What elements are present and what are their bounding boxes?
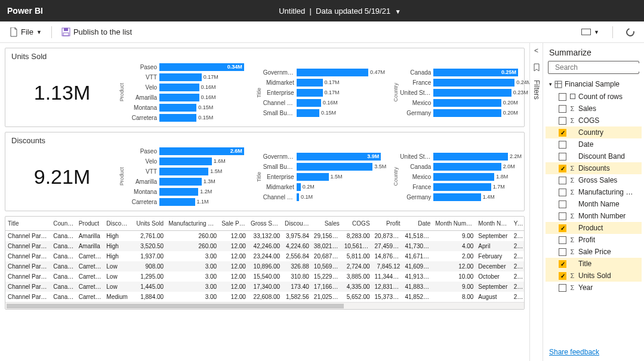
column-header[interactable]: Country [51,217,76,231]
column-header[interactable]: Month Number [433,217,476,231]
bar-chart[interactable]: CountryCanada0.25MFrance0.24MUnited Sta…… [393,63,518,122]
svg-rect-5 [555,81,562,88]
field-item[interactable]: Date [546,138,642,150]
checkbox[interactable]: ✓ [559,129,566,137]
field-item[interactable]: ✓ΣUnits Sold [546,270,642,282]
field-item[interactable]: ✓Country [546,126,642,138]
bar-category: United Sta… [400,153,431,160]
field-item[interactable]: Discount Band [546,150,642,162]
share-feedback-link[interactable]: Share feedback [543,343,644,361]
checkbox[interactable] [559,236,566,244]
app-brand: Power BI [7,6,43,16]
publish-button[interactable]: Publish to the list [57,25,137,39]
checkbox[interactable] [559,284,566,292]
table-row[interactable]: Channel PartnersCanadaCarreteraMedium1,8… [5,292,524,302]
bookmark-icon[interactable] [532,63,541,72]
checkbox[interactable]: ✓ [559,260,566,268]
refresh-button[interactable] [621,26,639,39]
table-row[interactable]: Channel PartnersCanadaAmarillaHigh3,520.… [5,241,524,251]
field-label: Manufacturing … [578,188,633,196]
checkbox[interactable] [559,117,566,125]
field-item[interactable]: ΣSale Price [546,246,642,258]
bar-chart[interactable]: TitleGovernme…3.9MSmall Busi…3.5MEnterpr… [256,147,381,206]
column-header[interactable]: Manufacturing Price [166,217,219,231]
bar-fill [297,69,368,76]
column-header[interactable]: Gross Sales [248,217,282,231]
checkbox[interactable] [559,177,566,184]
discounts-card[interactable]: Discounts 9.21M ProductPaseo2.6MVelo1.6M… [5,132,525,211]
checkbox[interactable] [559,248,566,256]
table-row[interactable]: Channel PartnersCanadaCarreteraHigh1,937… [5,251,524,261]
scrollbar-thumb[interactable] [7,304,344,308]
field-item[interactable]: ΣGross Sales [546,174,642,186]
horizontal-scrollbar[interactable] [5,302,524,309]
column-header[interactable]: Discount Band [104,217,132,231]
checkbox[interactable] [559,200,566,208]
field-label: Month Number [578,212,625,220]
doc-title-group[interactable]: Untitled | Data updated 5/19/21 ▼ [43,7,637,16]
checkbox[interactable] [559,141,566,149]
field-item[interactable]: ✓ΣDiscounts [546,162,642,174]
filters-pane-toggle[interactable]: Filters [532,80,541,100]
column-header[interactable]: COGS [342,217,372,231]
search-input[interactable] [555,63,644,72]
field-item[interactable]: ΣProfit [546,234,642,246]
checkbox[interactable] [559,105,566,113]
bar-chart[interactable]: ProductPaseo0.34MVTT0.17MVelo0.16MAmaril… [119,63,244,122]
field-search[interactable] [548,61,639,74]
field-label: Year [578,283,593,292]
bar-chart[interactable]: CountryUnited Sta…2.2MCanada2.0MMexico1.… [393,147,518,206]
checkbox[interactable] [559,93,566,101]
table-row[interactable]: Channel PartnersCanadaCarreteraLow1,295.… [5,271,524,282]
field-item[interactable]: ✓Title [546,258,642,270]
field-item[interactable]: Count of rows [546,91,642,103]
field-item[interactable]: ΣMonth Number [546,210,642,222]
column-header[interactable]: Sale Price [219,217,248,231]
bar-row: Canada2.0M [400,163,518,171]
column-header[interactable]: Ye… [511,217,524,231]
field-item[interactable]: ΣYear [546,282,642,294]
field-item[interactable]: ΣSales [546,103,642,115]
checkbox[interactable] [559,212,566,220]
card-title: Discounts [11,136,518,145]
checkbox[interactable]: ✓ [559,272,566,280]
column-header[interactable]: Profit [372,217,403,231]
units-sold-card[interactable]: Units Sold 1.13M ProductPaseo0.34MVTT0.1… [5,48,525,127]
bar-row: Small Busi…3.5M [263,163,381,171]
column-header[interactable]: Discounts [282,217,312,231]
field-item[interactable]: ΣCOGS [546,115,642,126]
table-row[interactable]: Channel PartnersCanadaCarreteraLow908.00… [5,261,524,271]
table-row[interactable]: Channel PartnersCanadaAmarillaHigh2,761.… [5,231,524,242]
bar-fill [433,173,494,181]
checkbox[interactable]: ✓ [559,224,566,232]
bar-fill [297,79,323,87]
column-header[interactable]: Month Name [476,217,511,231]
column-header[interactable]: Sales [312,217,342,231]
column-header[interactable]: Units Sold [132,217,166,231]
data-updated-label: Data updated 5/19/21 [316,7,390,16]
column-header[interactable]: Product [76,217,104,231]
checkbox[interactable]: ✓ [559,165,566,172]
file-menu[interactable]: File ▼ [5,25,47,39]
sigma-icon: Σ [569,236,575,243]
bar-chart[interactable]: TitleGovernme…0.47MMidmarket0.17MEnterpr… [256,63,381,122]
bar-fill [433,99,501,107]
rectangle-icon [581,29,591,35]
field-item[interactable]: ΣManufacturing … [546,186,642,198]
bar-category: Amarilla [126,178,157,185]
chevron-down-icon: ▼ [36,29,42,35]
table-row[interactable]: Channel PartnersCanadaCarreteraLow1,445.… [5,282,524,292]
data-table-card[interactable]: TitleCountryProductDiscount BandUnits So… [5,216,525,310]
column-header[interactable]: Date [402,217,433,231]
bar-row: Midmarket0.17M [263,79,381,87]
bar-fill [297,183,301,191]
collapse-arrow[interactable]: < [534,47,538,55]
field-item[interactable]: ✓Product [546,222,642,234]
checkbox[interactable] [559,189,566,196]
bar-chart[interactable]: ProductPaseo2.6MVelo1.6MVTT1.5MAmarilla1… [119,147,244,206]
checkbox[interactable] [559,153,566,161]
field-item[interactable]: Month Name [546,198,642,210]
table-node[interactable]: ▾ Financial Sample [546,78,642,91]
column-header[interactable]: Title [5,217,51,231]
view-mode-button[interactable]: ▼ [577,26,604,38]
